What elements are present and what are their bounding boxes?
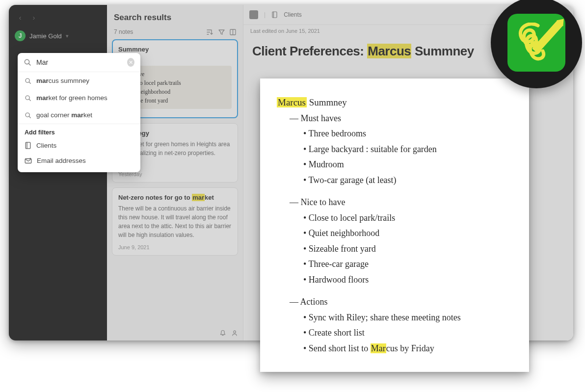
svg-line-13 bbox=[29, 116, 30, 118]
filter-option-notebook[interactable]: Clients bbox=[18, 138, 140, 153]
filter-option-email[interactable]: Email addresses bbox=[18, 153, 140, 168]
search-input[interactable] bbox=[36, 58, 122, 66]
person-icon[interactable] bbox=[231, 330, 238, 337]
clear-search-button[interactable]: ✕ bbox=[127, 58, 134, 67]
user-avatar: J bbox=[15, 30, 26, 41]
expand-note-button[interactable] bbox=[249, 10, 258, 19]
search-icon bbox=[25, 112, 31, 119]
search-icon bbox=[25, 95, 31, 102]
svg-point-2 bbox=[234, 331, 236, 333]
filter-button[interactable] bbox=[218, 29, 225, 35]
bell-icon[interactable] bbox=[219, 330, 226, 337]
view-options-button[interactable] bbox=[230, 29, 236, 35]
app-logo-badge bbox=[491, 0, 582, 88]
chevron-down-icon: ▾ bbox=[66, 33, 69, 39]
note-card[interactable]: Net-zero notes for go to market There wi… bbox=[112, 187, 238, 256]
suggestion-item[interactable]: market for green homes bbox=[18, 89, 140, 106]
search-popup: ✕ marcus summney market for green homes … bbox=[18, 53, 140, 172]
svg-line-9 bbox=[29, 82, 30, 83]
sort-button[interactable] bbox=[206, 29, 213, 35]
panel-title: Search results bbox=[114, 13, 236, 23]
notebook-icon bbox=[271, 11, 278, 18]
nav-back-button[interactable]: ‹ bbox=[15, 12, 26, 23]
svg-rect-14 bbox=[26, 142, 30, 149]
search-icon bbox=[25, 78, 31, 84]
handwritten-note-image: Marcus Summney — Must haves • Three bedr… bbox=[260, 78, 529, 372]
nav-forward-button[interactable]: › bbox=[28, 12, 39, 23]
account-switcher[interactable]: J Jamie Gold ▾ bbox=[14, 28, 102, 43]
scribble-app-icon bbox=[507, 14, 565, 72]
email-icon bbox=[25, 157, 32, 164]
note-card-title: Summney bbox=[118, 46, 232, 53]
scribble-icon bbox=[514, 23, 553, 66]
svg-line-7 bbox=[28, 63, 30, 65]
user-name: Jamie Gold bbox=[29, 32, 62, 40]
results-count: 7 notes bbox=[114, 28, 133, 35]
suggestion-item[interactable]: marcus summney bbox=[18, 72, 140, 89]
note-card-title: Net-zero notes for go to market bbox=[118, 194, 232, 201]
notebook-name[interactable]: Clients bbox=[284, 11, 302, 18]
add-filters-label: Add filters bbox=[18, 124, 140, 138]
search-icon bbox=[24, 58, 31, 66]
note-card-date: June 9, 2021 bbox=[118, 244, 232, 250]
suggestion-item[interactable]: goal corner market bbox=[18, 106, 140, 124]
svg-line-11 bbox=[29, 99, 30, 101]
svg-rect-3 bbox=[272, 12, 277, 18]
note-card-snippet: There will be a continuous air barrier i… bbox=[118, 204, 232, 239]
notebook-icon bbox=[25, 142, 31, 149]
